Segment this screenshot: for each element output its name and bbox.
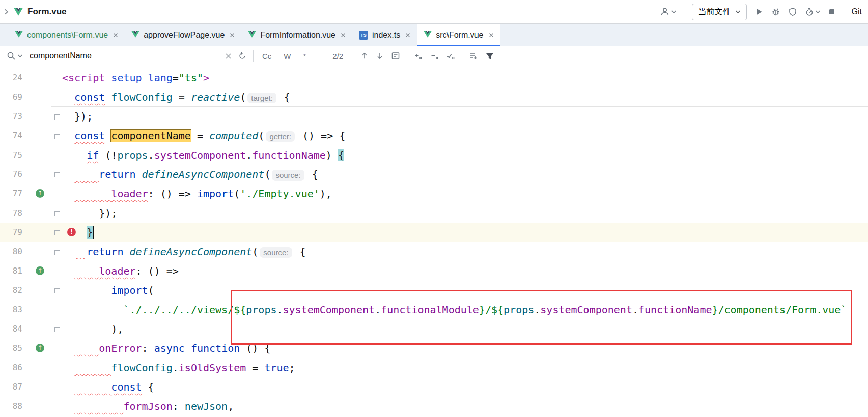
whole-words-toggle[interactable]: W xyxy=(281,51,293,62)
chevron-right-icon[interactable] xyxy=(3,8,9,15)
code-token xyxy=(105,72,111,84)
code-content[interactable]: if (!props.systemComponent.functionName)… xyxy=(62,145,344,165)
code-line[interactable]: 78 }); xyxy=(0,203,868,223)
code-line[interactable]: 88 formJson: newJson, xyxy=(0,397,868,416)
fold-marker-icon[interactable] xyxy=(54,134,60,139)
stop-button[interactable] xyxy=(828,8,836,16)
code-content[interactable]: return defineAsyncComponent(source: { xyxy=(62,242,306,261)
code-line[interactable]: 74 const componentName = computed(getter… xyxy=(0,126,868,145)
tab-index-ts[interactable]: TS index.ts xyxy=(352,24,417,46)
code-line[interactable]: 80 return defineAsyncComponent(source: { xyxy=(0,242,868,261)
run-button[interactable] xyxy=(754,7,764,16)
code-content[interactable]: } xyxy=(62,223,94,242)
fold-marker-icon[interactable] xyxy=(54,250,60,255)
green-up-arrow-gutter-icon[interactable]: ↑ xyxy=(36,344,44,352)
tab-components-form-vue[interactable]: components\Form.vue xyxy=(8,24,125,46)
code-token: ${ xyxy=(234,304,246,316)
remove-occurrence-button[interactable] xyxy=(430,51,439,61)
code-content[interactable]: onError: async function () { xyxy=(62,339,270,358)
code-line[interactable]: 77↑ loader: () => import('./Empty.vue'), xyxy=(0,184,868,203)
code-content[interactable]: ), xyxy=(62,319,123,339)
code-line[interactable]: 76 return defineAsyncComponent(source: { xyxy=(0,165,868,184)
code-content[interactable]: const flowConfig = reactive(target: { xyxy=(62,87,290,107)
code-line[interactable]: 83 `./../../../views/${props.systemCompo… xyxy=(0,300,868,319)
regex-toggle[interactable]: * xyxy=(301,51,309,62)
find-input[interactable] xyxy=(29,51,219,61)
code-line[interactable]: 81↑ loader: () => xyxy=(0,261,868,281)
code-line[interactable]: 86 flowConfig.isOldSystem = true; xyxy=(0,358,868,377)
code-token: / xyxy=(485,304,491,316)
close-tab-icon[interactable] xyxy=(489,33,494,38)
code-line[interactable]: 79! } xyxy=(0,223,868,242)
code-token xyxy=(105,91,111,103)
fold-marker-icon[interactable] xyxy=(54,230,60,235)
code-content[interactable]: import( xyxy=(62,281,154,300)
code-token: > xyxy=(203,72,209,84)
code-token xyxy=(74,400,123,412)
coverage-button[interactable] xyxy=(788,7,797,16)
tab-src-form-vue[interactable]: src\Form.vue xyxy=(417,24,500,46)
view-options-button[interactable] xyxy=(468,51,478,61)
close-tab-icon[interactable] xyxy=(341,33,346,38)
code-token: onError xyxy=(99,342,142,354)
code-content[interactable]: }); xyxy=(62,203,117,223)
green-up-arrow-gutter-icon[interactable]: ↑ xyxy=(36,266,44,275)
code-content[interactable]: const componentName = computed(getter: (… xyxy=(62,126,345,145)
open-in-find-window-button[interactable] xyxy=(391,51,400,61)
code-token: { xyxy=(338,149,344,161)
tab-label: approveFlowPage.vue xyxy=(144,31,225,40)
match-case-toggle[interactable]: Cc xyxy=(260,51,274,62)
code-content[interactable]: formJson: newJson, xyxy=(62,397,234,416)
code-content[interactable]: loader: () => import('./Empty.vue'), xyxy=(62,184,332,203)
search-icon[interactable] xyxy=(6,51,22,61)
debug-button[interactable] xyxy=(771,7,780,16)
code-content[interactable]: const { xyxy=(62,377,154,397)
code-content[interactable]: flowConfig.isOldSystem = true; xyxy=(62,358,295,377)
code-line[interactable]: 75 if (!props.systemComponent.functionNa… xyxy=(0,145,868,165)
code-line[interactable]: 87 const { xyxy=(0,377,868,397)
code-token: . xyxy=(276,304,283,316)
profiler-button[interactable] xyxy=(805,7,820,16)
git-menu[interactable]: Git xyxy=(852,7,862,16)
fold-marker-icon[interactable] xyxy=(54,114,60,120)
code-line[interactable]: 84 ), xyxy=(0,319,868,339)
run-config-selector[interactable]: 当前文件 xyxy=(692,4,747,20)
code-content[interactable]: return defineAsyncComponent(source: { xyxy=(62,165,318,184)
close-tab-icon[interactable] xyxy=(230,33,235,38)
filter-button[interactable] xyxy=(485,51,494,61)
code-token: = xyxy=(173,72,179,84)
green-up-arrow-gutter-icon[interactable]: ↑ xyxy=(36,189,44,198)
tab-forminformation-vue[interactable]: FormInformation.vue xyxy=(241,24,352,46)
fold-marker-icon[interactable] xyxy=(54,288,60,293)
tab-approveflowpage-vue[interactable]: approveFlowPage.vue xyxy=(125,24,241,46)
next-match-button[interactable] xyxy=(376,52,384,60)
code-content[interactable]: loader: () => xyxy=(62,261,179,281)
code-content[interactable]: <script setup lang="ts"> xyxy=(62,68,209,87)
clear-search-icon[interactable] xyxy=(225,53,232,59)
close-tab-icon[interactable] xyxy=(405,33,410,38)
code-line[interactable]: 24<script setup lang="ts"> xyxy=(0,68,868,87)
code-token xyxy=(185,342,191,354)
code-line[interactable]: 73 }); xyxy=(0,107,868,126)
fold-marker-icon[interactable] xyxy=(54,172,60,177)
user-account-icon[interactable] xyxy=(660,7,676,17)
code-line[interactable]: 69 const flowConfig = reactive(target: { xyxy=(0,87,868,107)
search-history-icon[interactable] xyxy=(238,51,247,61)
code-token: props xyxy=(117,149,148,161)
code-line[interactable]: 85↑ onError: async function () { xyxy=(0,339,868,358)
fold-marker-icon[interactable] xyxy=(54,211,60,216)
code-token: }); xyxy=(62,110,93,123)
code-token: } xyxy=(87,226,93,239)
add-occurrence-button[interactable] xyxy=(413,51,423,61)
code-line[interactable]: 82 import( xyxy=(0,281,868,300)
close-tab-icon[interactable] xyxy=(113,33,118,38)
line-number: 79 xyxy=(4,223,22,242)
code-token: = xyxy=(173,91,191,103)
fold-marker-icon[interactable] xyxy=(54,327,60,332)
vue-file-icon xyxy=(15,31,23,40)
code-content[interactable]: `./../../../views/${props.systemComponen… xyxy=(62,300,847,319)
code-token: } xyxy=(712,304,718,316)
select-all-occurrences-button[interactable] xyxy=(446,51,455,61)
previous-match-button[interactable] xyxy=(360,52,369,60)
code-content[interactable]: }); xyxy=(62,107,93,126)
